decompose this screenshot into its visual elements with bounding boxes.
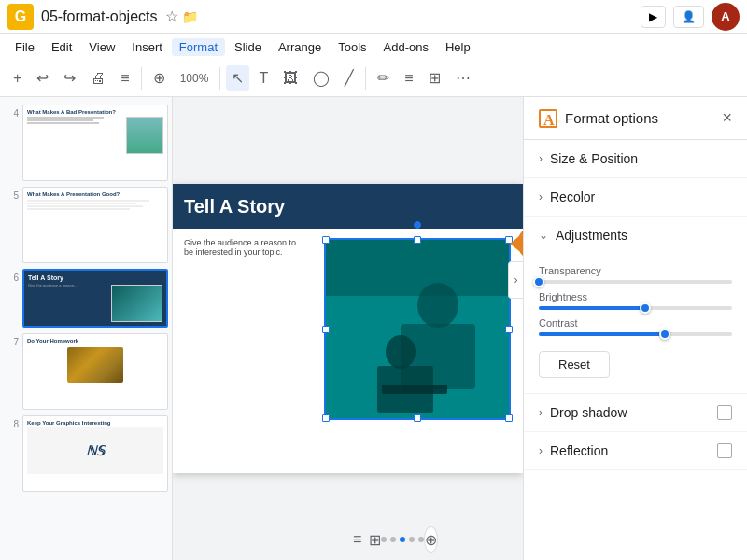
close-panel-button[interactable]: × — [722, 108, 732, 128]
drop-shadow-label: Drop shadow — [550, 405, 717, 420]
undo-tool[interactable]: ↩ — [31, 65, 54, 91]
add-tool[interactable]: + — [7, 66, 27, 91]
handle-top-mid[interactable] — [414, 236, 421, 244]
menu-format[interactable]: Format — [172, 38, 225, 56]
add-slide-btn[interactable]: ⊕ — [424, 526, 438, 553]
menu-addons[interactable]: Add-ons — [376, 38, 436, 56]
drop-shadow-checkbox[interactable] — [717, 405, 732, 420]
contrast-label: Contrast — [539, 317, 732, 329]
contrast-track[interactable] — [539, 332, 732, 336]
menu-slide[interactable]: Slide — [227, 38, 269, 56]
menu-tools[interactable]: Tools — [331, 38, 374, 56]
reflection-header[interactable]: › Reflection — [524, 432, 747, 469]
slide-item-5[interactable]: 5 What Makes A Presentation Good? — [4, 187, 168, 263]
contrast-fill — [539, 332, 665, 336]
list-tool[interactable]: ≡ — [399, 66, 418, 91]
slide-top-bar: Tell A Story — [173, 184, 523, 229]
grid-view-btn[interactable]: ⊞ — [369, 531, 381, 549]
textbox-tool[interactable]: T — [253, 66, 274, 91]
slide-thumb-7[interactable]: Do Your Homework — [22, 333, 168, 410]
menu-view[interactable]: View — [81, 38, 122, 56]
list-view-btn[interactable]: ≡ — [353, 531, 361, 549]
panel-title: Format options — [565, 110, 722, 126]
slide-item-6[interactable]: 6 Tell A Story Give the audience a reaso… — [4, 269, 168, 328]
callout-bubble: 1 & 2 — [517, 226, 523, 260]
drop-shadow-header[interactable]: › Drop shadow — [524, 394, 747, 431]
present-icon: ▶ — [649, 10, 657, 23]
slide-item-7[interactable]: 7 Do Your Homework — [4, 333, 168, 410]
transparency-track[interactable] — [539, 280, 732, 284]
star-icon[interactable]: ☆ — [165, 7, 178, 25]
toolbar-divider-2 — [219, 67, 220, 90]
slide-thumb-5[interactable]: What Makes A Presentation Good? — [22, 187, 168, 263]
menu-file[interactable]: File — [7, 38, 42, 56]
slide7-image — [67, 347, 123, 383]
grid-tool[interactable]: ⊞ — [423, 65, 446, 91]
menu-edit[interactable]: Edit — [44, 38, 79, 56]
slide-thumb-4[interactable]: What Makes A Bad Presentation? — [22, 105, 168, 181]
title-bar: G 05-format-objects ☆ 📁 ▶ 👤 A — [0, 0, 747, 34]
slide-number-8: 8 — [4, 415, 19, 429]
selected-image-wrapper[interactable]: 1 & 2 — [324, 238, 511, 420]
paintformat-tool[interactable]: ≡ — [115, 66, 134, 91]
canvas-slide-title: Tell A Story — [184, 196, 285, 217]
reset-button[interactable]: Reset — [539, 351, 610, 378]
slide-canvas[interactable]: Tell A Story Give the audience a reason … — [173, 184, 523, 473]
size-position-header[interactable]: › Size & Position — [524, 140, 747, 177]
reflection-checkbox[interactable] — [717, 443, 732, 458]
image-tool[interactable]: 🖼 — [277, 66, 303, 91]
handle-top-left[interactable] — [322, 236, 330, 244]
transparency-thumb — [533, 276, 544, 287]
panel-expand-handle[interactable]: › — [508, 261, 523, 299]
menu-help[interactable]: Help — [438, 38, 478, 56]
slide8-graphic: ℕ𝕊 — [27, 427, 163, 474]
slide4-title: What Makes A Bad Presentation? — [27, 109, 163, 115]
slide-item-4[interactable]: 4 What Makes A Bad Presentation? — [4, 105, 168, 181]
size-position-chevron: › — [539, 152, 543, 165]
slide-thumb-8[interactable]: Keep Your Graphics Interesting ℕ𝕊 — [22, 415, 168, 492]
folder-icon[interactable]: 📁 — [182, 9, 198, 24]
share-btn[interactable]: 👤 — [673, 6, 704, 28]
pen-tool[interactable]: ✏ — [372, 65, 395, 91]
handle-mid-right[interactable] — [505, 326, 513, 333]
adjustments-header[interactable]: ⌄ Adjustments — [524, 217, 747, 254]
image-svg — [326, 240, 509, 418]
slide6-thumb-title: Tell A Story — [28, 274, 162, 281]
more-tool[interactable]: ⋯ — [450, 65, 476, 91]
brightness-row — [539, 306, 732, 310]
line-tool[interactable]: ╱ — [339, 65, 359, 91]
rotate-handle[interactable] — [414, 221, 421, 229]
avatar[interactable]: A — [712, 3, 740, 31]
recolor-label: Recolor — [550, 189, 732, 204]
dot-3 — [400, 537, 405, 542]
zoom-tool[interactable]: ⊕ — [148, 65, 171, 91]
shape-tool[interactable]: ◯ — [307, 65, 335, 91]
contrast-thumb — [659, 329, 670, 340]
menu-insert[interactable]: Insert — [124, 38, 170, 56]
select-tool[interactable]: ↖ — [226, 65, 249, 91]
present-btn[interactable]: ▶ — [641, 6, 666, 28]
slide8-title: Keep Your Graphics Interesting — [27, 420, 163, 426]
contrast-row — [539, 332, 732, 336]
slides-panel: 4 What Makes A Bad Presentation? — [0, 97, 173, 560]
brightness-label: Brightness — [539, 291, 732, 302]
svg-rect-7 — [326, 240, 509, 418]
recolor-chevron: › — [539, 190, 543, 203]
size-position-label: Size & Position — [550, 151, 732, 166]
brightness-fill — [539, 306, 645, 310]
handle-bottom-left[interactable] — [322, 414, 330, 422]
recolor-header[interactable]: › Recolor — [524, 178, 747, 216]
slide-item-8[interactable]: 8 Keep Your Graphics Interesting ℕ𝕊 — [4, 415, 168, 492]
handle-bottom-right[interactable] — [505, 414, 513, 422]
slide-thumb-6[interactable]: Tell A Story Give the audience a reason.… — [22, 269, 168, 328]
menu-arrange[interactable]: Arrange — [271, 38, 329, 56]
handle-mid-left[interactable] — [322, 326, 330, 333]
zoom-level[interactable]: 100% — [175, 68, 215, 89]
adjustments-section: ⌄ Adjustments Transparency Brightness — [524, 217, 747, 394]
dot-2 — [390, 537, 396, 542]
slide-number-4: 4 — [4, 105, 19, 119]
brightness-track[interactable] — [539, 306, 732, 310]
handle-bottom-mid[interactable] — [414, 414, 421, 422]
redo-tool[interactable]: ↪ — [58, 65, 81, 91]
print-tool[interactable]: 🖨 — [85, 66, 111, 91]
